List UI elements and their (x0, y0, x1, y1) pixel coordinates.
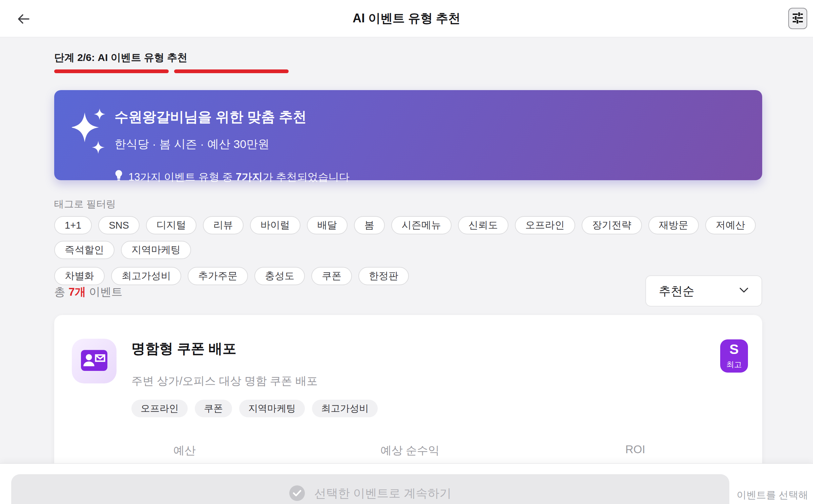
filter-tag-chip[interactable]: 장기전략 (582, 216, 642, 234)
check-circle-icon (289, 485, 305, 501)
event-tag: 쿠폰 (195, 400, 232, 417)
back-arrow-icon (16, 12, 31, 27)
event-tag: 오프라인 (131, 400, 188, 417)
step-label: 단계 2/6: AI 이벤트 유형 추천 (54, 51, 187, 65)
event-tag-list: 오프라인쿠폰지역마케팅최고가성비 (131, 400, 378, 417)
progress-bar (54, 69, 289, 73)
contact-coupon-icon (81, 350, 107, 372)
selection-hint: 이벤트를 선택해주세요 (732, 488, 813, 504)
filter-tag-chip[interactable]: 추가주문 (188, 267, 248, 285)
event-description: 주변 상가/오피스 대상 명함 쿠폰 배포 (131, 374, 378, 389)
sort-selected-value: 추천순 (659, 283, 694, 299)
filter-tag-chip[interactable]: 1+1 (54, 216, 92, 234)
filter-tag-chip[interactable]: 최고가성비 (111, 267, 181, 285)
event-tag: 최고가성비 (312, 400, 378, 417)
progress-segment-1 (54, 69, 169, 73)
chevron-down-icon (739, 287, 749, 295)
back-button[interactable] (15, 11, 32, 28)
filter-tag-chip[interactable]: 한정판 (358, 267, 409, 285)
filter-tag-chip[interactable]: 쿠폰 (311, 267, 352, 285)
filter-tag-chip[interactable]: 재방문 (648, 216, 699, 234)
banner-subtitle: 한식당 · 봄 시즌 · 예산 30만원 (114, 136, 350, 152)
filter-tag-chip[interactable]: 충성도 (254, 267, 305, 285)
lightbulb-icon (114, 170, 123, 185)
sparkles-icon (72, 106, 109, 161)
continue-button-label: 선택한 이벤트로 계속하기 (314, 485, 451, 501)
filter-tag-chip[interactable]: 시즌메뉴 (391, 216, 452, 234)
bottom-action-bar: 선택한 이벤트로 계속하기 이벤트를 선택해주세요 (0, 464, 813, 504)
filter-tag-chip[interactable]: 리뷰 (203, 216, 244, 234)
banner-info-highlight: 7가지 (236, 171, 263, 183)
grade-badge: S 최고 (720, 339, 748, 373)
filter-tag-chip[interactable]: 신뢰도 (458, 216, 508, 234)
tag-row-1: 1+1SNS디지털리뷰바이럴배달봄시즌메뉴신뢰도오프라인장기전략재방문저예산즉석… (54, 216, 762, 259)
filter-tag-chip[interactable]: 배달 (307, 216, 348, 234)
banner-info: 13가지 이벤트 유형 중 7가지가 추천되었습니다 (114, 170, 350, 185)
page-title: AI 이벤트 유형 추천 (353, 10, 460, 27)
continue-button[interactable]: 선택한 이벤트로 계속하기 (11, 474, 729, 504)
top-app-bar: AI 이벤트 유형 추천 (0, 0, 813, 37)
filter-tag-chip[interactable]: 차별화 (54, 267, 105, 285)
event-count-number: 7개 (68, 286, 86, 298)
event-count: 총 7개 이벤트 (54, 285, 123, 300)
filter-tag-chip[interactable]: 즉석할인 (54, 241, 114, 259)
event-card[interactable]: 명함형 쿠폰 배포 주변 상가/오피스 대상 명함 쿠폰 배포 오프라인쿠폰지역… (54, 315, 762, 474)
banner-title: 수원왕갈비님을 위한 맞춤 추천 (114, 108, 350, 126)
grade-label: 최고 (726, 359, 742, 370)
tag-filter-label: 태그로 필터링 (54, 197, 116, 211)
filter-tag-chip[interactable]: 봄 (354, 216, 385, 234)
filter-tag-chip[interactable]: SNS (98, 216, 140, 234)
event-title: 명함형 쿠폰 배포 (131, 339, 378, 358)
filter-tag-chip[interactable]: 저예산 (705, 216, 756, 234)
filter-tag-chip[interactable]: 오프라인 (515, 216, 575, 234)
progress-segment-2 (174, 69, 289, 73)
filter-tag-chip[interactable]: 지역마케팅 (121, 241, 191, 259)
banner-info-text: 13가지 이벤트 유형 중 7가지가 추천되었습니다 (128, 170, 350, 184)
sliders-icon (792, 12, 804, 25)
filter-settings-button[interactable] (788, 8, 807, 29)
event-tag: 지역마케팅 (239, 400, 305, 417)
grade-letter: S (729, 342, 738, 356)
filter-tag-chip[interactable]: 바이럴 (250, 216, 300, 234)
filter-tag-chip[interactable]: 디지털 (146, 216, 196, 234)
ai-recommendation-banner: 수원왕갈비님을 위한 맞춤 추천 한식당 · 봄 시즌 · 예산 30만원 13… (54, 90, 762, 180)
sort-dropdown[interactable]: 추천순 (645, 275, 762, 307)
event-icon-container (72, 339, 117, 383)
